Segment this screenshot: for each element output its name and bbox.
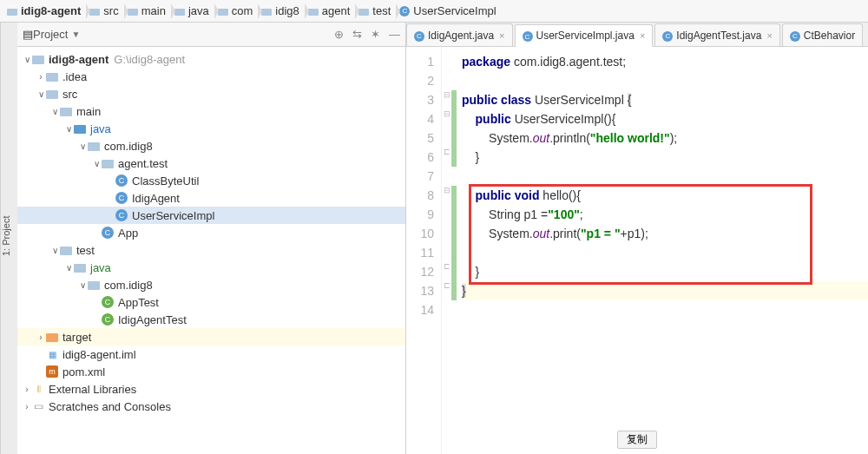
line-gutter: 1234567891011121314 [406,47,441,454]
folder-icon [308,7,319,16]
code-line[interactable]: } [462,148,868,167]
breadcrumb-label: java [188,4,209,17]
code-line[interactable]: } [462,281,868,300]
editor-tab[interactable]: CIdigAgent.java× [406,23,513,46]
code-line[interactable] [462,300,868,319]
breadcrumb-label: main [141,4,166,17]
svg-rect-10 [46,90,58,99]
close-icon[interactable]: × [640,30,645,41]
tree-iml[interactable]: ▦idig8-agent.iml [17,345,405,363]
code-line[interactable]: System.out.println("hello world!"); [462,128,868,148]
tree-app[interactable]: CApp [17,224,405,241]
breadcrumb-item[interactable]: agent [305,0,356,22]
breadcrumb-item[interactable]: idig8-agent [3,0,86,22]
code-line[interactable]: public void hello(){ [462,186,868,205]
project-panel-title: Project [33,28,68,41]
tab-label: IdigAgentTest.java [676,30,761,42]
minimize-icon[interactable]: — [389,28,400,41]
class-icon: C [790,29,800,42]
svg-rect-11 [60,108,72,116]
tree-src[interactable]: ∨src [17,85,405,102]
code-line[interactable]: public class UserServiceImpl { [462,90,868,109]
tree-test[interactable]: ∨test [17,241,405,259]
tree-scratch[interactable]: ›▭Scratches and Consoles [17,398,405,415]
tree-extlib[interactable]: ›⫴External Libraries [17,380,405,398]
tree-target[interactable]: ›target [17,328,405,345]
editor-tab[interactable]: CIdigAgentTest.java× [654,23,780,46]
tree-java[interactable]: ∨java [17,120,405,137]
close-icon[interactable]: × [766,30,772,41]
folder-icon [7,7,17,16]
breadcrumb-label: idig8-agent [21,4,81,17]
gear-icon[interactable]: ✶ [371,28,380,41]
folder-icon [89,7,100,16]
svg-rect-8 [32,56,44,64]
project-toolwindow-stripe[interactable]: 1: Project [0,23,17,454]
project-tree[interactable]: ∨ idig8-agentG:\idig8-agent ›.idea ∨src … [17,47,405,454]
code-line[interactable] [462,71,868,90]
folder-icon [261,7,272,16]
breadcrumb-item[interactable]: java [171,0,214,22]
code-line[interactable]: } [462,262,868,281]
fold-bar[interactable]: ⊟⊟⊏⊟⊏⊏ [441,47,451,454]
locate-icon[interactable]: ⊕ [334,28,344,41]
tree-idea[interactable]: ›.idea [17,68,405,85]
svg-rect-15 [60,247,72,255]
code-line[interactable]: System.out.print("p1 = "+p1); [462,224,868,243]
tree-agenttest[interactable]: ∨agent.test [17,155,405,172]
tree-pom[interactable]: mpom.xml [17,363,405,380]
project-icon: ▤ [23,28,33,41]
svg-rect-16 [74,264,86,273]
tree-comidig82[interactable]: ∨com.idig8 [17,276,405,293]
tree-idigagenttest[interactable]: CIdigAgentTest [17,311,405,328]
code-area[interactable]: package com.idig8.agent.test;public clas… [457,47,868,454]
class-icon: C [414,29,424,42]
tree-root[interactable]: ∨ idig8-agentG:\idig8-agent [17,50,405,68]
folder-icon [174,7,185,16]
breadcrumb-label: agent [322,4,351,17]
tab-label: UserServiceImpl.java [536,30,635,42]
project-panel-header: ▤ Project ▼ ⊕ ⇆ ✶ — [17,23,405,47]
editor-tab[interactable]: CUserServiceImpl.java× [515,24,654,47]
breadcrumb-item[interactable]: main [124,0,171,22]
breadcrumb-item[interactable]: idig8 [258,0,304,22]
tree-main[interactable]: ∨main [17,102,405,120]
code-line[interactable]: package com.idig8.agent.test; [462,52,868,71]
tree-idigagent[interactable]: CIdigAgent [17,189,405,207]
breadcrumb-item[interactable]: test [355,0,396,22]
svg-rect-13 [88,142,100,151]
svg-rect-4 [218,9,228,16]
breadcrumb: idig8-agentsrcmainjavacomidig8agenttestC… [0,0,868,23]
project-panel: ▤ Project ▼ ⊕ ⇆ ✶ — ∨ idig8-agentG:\idig… [17,23,406,454]
svg-rect-3 [174,9,185,16]
breadcrumb-label: idig8 [275,4,299,17]
tree-apptest[interactable]: CAppTest [17,293,405,311]
breadcrumb-label: src [103,4,118,17]
code-line[interactable] [462,243,868,262]
code-line[interactable]: String p1 ="100"; [462,205,868,224]
close-icon[interactable]: × [499,30,504,41]
copy-button[interactable]: 复制 [617,431,657,449]
folder-icon: C [399,6,410,16]
project-view-dropdown[interactable]: ▼ [71,30,80,39]
code-line[interactable]: public UserServiceImpl(){ [462,109,868,128]
svg-rect-2 [128,9,138,16]
svg-rect-12 [74,125,86,134]
breadcrumb-item[interactable]: CUserServiceImpl [396,0,501,22]
breadcrumb-item[interactable]: com [214,0,259,22]
svg-rect-5 [261,9,272,16]
editor-tab[interactable]: CCtBehavior [782,23,863,46]
code-editor[interactable]: 1234567891011121314 ⊟⊟⊏⊟⊏⊏ package com.i… [406,47,868,454]
breadcrumb-item[interactable]: src [86,0,123,22]
tree-comidig8[interactable]: ∨com.idig8 [17,137,405,155]
folder-icon [128,7,138,16]
class-icon: C [662,29,673,42]
svg-rect-9 [46,73,58,82]
tree-classbyteutil[interactable]: CClassByteUtil [17,172,405,189]
expand-icon[interactable]: ⇆ [352,28,362,41]
svg-rect-0 [7,9,17,16]
svg-rect-7 [358,9,369,16]
tree-java2[interactable]: ∨java [17,259,405,276]
code-line[interactable] [462,167,868,186]
tree-userserviceimpl[interactable]: CUserServiceImpl [17,207,405,224]
